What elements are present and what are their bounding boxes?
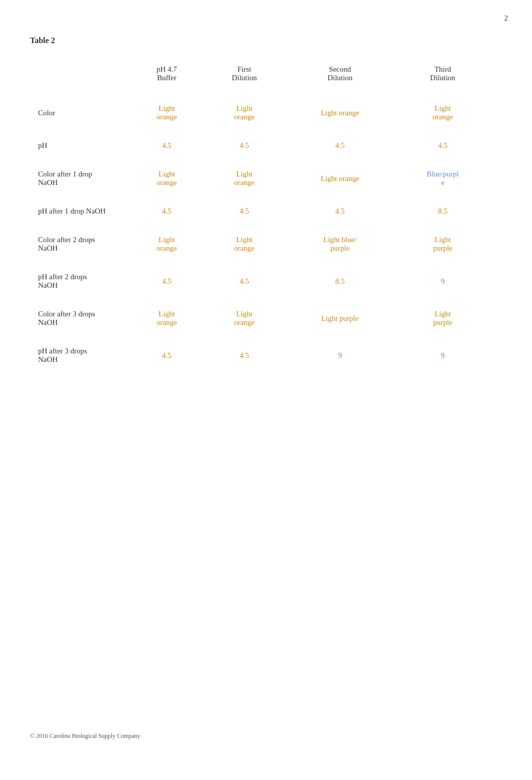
table-row: Color after 2 dropsNaOH Lightorange Ligh… [30,226,491,263]
table-header-row: pH 4.7 Buffer First Dilution Second Dilu… [30,60,491,94]
table-row: pH after 3 dropsNaOH 4.5 4.5 9 9 [30,337,491,374]
cell-ph2drops-buffer: 4.5 [130,263,203,300]
page-number: 2 [504,14,508,23]
row-label-ph: pH [30,131,130,160]
cell-color1drop-first: Lightorange [203,160,286,197]
cell-color3drops-third: Lightpurple [395,300,491,337]
cell-ph-first: 4.5 [203,131,286,160]
cell-ph-third: 4.5 [395,131,491,160]
cell-color-second: Light orange [286,94,395,131]
cell-color-first: Lightorange [203,94,286,131]
cell-color3drops-buffer: Lightorange [130,300,203,337]
header-ph47-buffer: pH 4.7 Buffer [130,60,203,94]
cell-ph3drops-second: 9 [286,337,395,374]
header-first-dilution: First Dilution [203,60,286,94]
table-row: pH after 1 drop NaOH 4.5 4.5 4.5 8.5 [30,197,491,226]
cell-ph-buffer: 4.5 [130,131,203,160]
cell-color2drops-first: Lightorange [203,226,286,263]
row-label-color-2drops: Color after 2 dropsNaOH [30,226,130,263]
cell-ph3drops-buffer: 4.5 [130,337,203,374]
table-row: pH after 2 dropsNaOH 4.5 4.5 8.5 9 [30,263,491,300]
cell-ph1drop-second: 4.5 [286,197,395,226]
header-third-dilution: Third Dilution [395,60,491,94]
table-row: Color Lightorange Lightorange Light oran… [30,94,491,131]
row-label-ph-2drops: pH after 2 dropsNaOH [30,263,130,300]
cell-ph1drop-third: 8.5 [395,197,491,226]
data-table: pH 4.7 Buffer First Dilution Second Dilu… [30,60,491,374]
cell-ph1drop-buffer: 4.5 [130,197,203,226]
cell-color1drop-third: Blue/purple [395,160,491,197]
cell-ph3drops-third: 9 [395,337,491,374]
cell-ph2drops-second: 8.5 [286,263,395,300]
table-title: Table 2 [30,36,55,45]
table-row: Color after 3 dropsNaOH Lightorange Ligh… [30,300,491,337]
cell-color1drop-second: Light orange [286,160,395,197]
cell-color-third: Lightorange [395,94,491,131]
cell-color2drops-second: Light blue/purple [286,226,395,263]
cell-ph2drops-first: 4.5 [203,263,286,300]
header-label-col [30,60,130,94]
cell-ph-second: 4.5 [286,131,395,160]
table-row: Color after 1 dropNaOH Lightorange Light… [30,160,491,197]
row-label-color-3drops: Color after 3 dropsNaOH [30,300,130,337]
cell-color3drops-first: Lightorange [203,300,286,337]
row-label-color: Color [30,94,130,131]
cell-color-buffer: Lightorange [130,94,203,131]
cell-ph2drops-third: 9 [395,263,491,300]
cell-color2drops-buffer: Lightorange [130,226,203,263]
cell-ph1drop-first: 4.5 [203,197,286,226]
cell-color3drops-second: Light purple [286,300,395,337]
cell-ph3drops-first: 4.5 [203,337,286,374]
footer-copyright: © 2016 Carolina Biological Supply Compan… [30,732,140,740]
row-label-ph-3drops: pH after 3 dropsNaOH [30,337,130,374]
cell-color1drop-buffer: Lightorange [130,160,203,197]
table-row: pH 4.5 4.5 4.5 4.5 [30,131,491,160]
header-second-dilution: Second Dilution [286,60,395,94]
row-label-ph-1drop: pH after 1 drop NaOH [30,197,130,226]
row-label-color-1drop: Color after 1 dropNaOH [30,160,130,197]
cell-color2drops-third: Lightpurple [395,226,491,263]
